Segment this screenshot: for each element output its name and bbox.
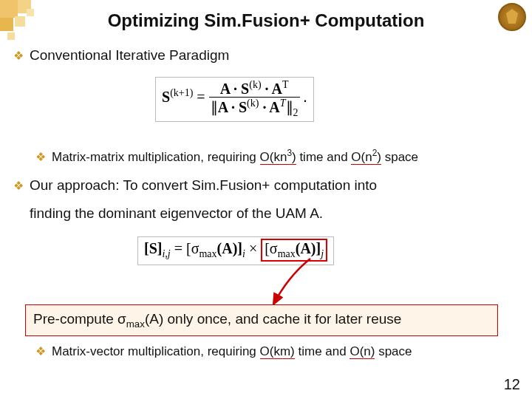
mv-tail: space: [375, 344, 412, 358]
f2-max2: max: [278, 248, 296, 259]
f1-sup: (k+1): [170, 87, 193, 98]
f1-eq: =: [197, 89, 208, 105]
f1-S: S: [162, 89, 170, 105]
slide-title: Optimizing Sim.Fusion+ Computation: [0, 10, 532, 31]
diamond-bullet-icon: ❖: [35, 344, 46, 358]
conventional-heading: Conventional Iterative Paradigm: [30, 47, 229, 64]
f2-lhs: [S]: [144, 240, 162, 256]
mm-text: Matrix-matrix multiplication, requiring …: [52, 148, 418, 165]
f1-num-tail: · A: [262, 81, 282, 97]
formula-iterative: S(k+1) = A · S(k) · AT ∥A · S(k) · AT∥2 …: [155, 77, 314, 122]
f2-A2: (A)]: [296, 240, 321, 256]
approach-line2: finding the dominant eigenvector of the …: [30, 205, 323, 222]
diamond-bullet-icon: ❖: [13, 49, 24, 63]
f2-max1: max: [199, 248, 216, 259]
bullet-conventional: ❖ Conventional Iterative Paradigm: [13, 47, 519, 64]
f1-den-close: ∥: [286, 98, 293, 115]
f2-open2: [σ: [265, 240, 277, 256]
mm-okn-sup: 3: [287, 148, 292, 158]
f1-den-sub: 2: [293, 106, 299, 117]
pre-sub: max: [126, 318, 145, 330]
mm-tail: space: [381, 150, 418, 164]
mv-prefix: Matrix-vector multiplication, requiring: [52, 344, 260, 358]
mv-text: Matrix-vector multiplication, requiring …: [52, 344, 412, 359]
mv-mid: time and: [295, 344, 350, 358]
f1-den-open: ∥: [211, 98, 218, 115]
f2-eq: = [σ: [174, 240, 200, 256]
mm-mid: time and: [296, 150, 352, 164]
precompute-box: Pre-compute σmax(A) only once, and cache…: [25, 304, 498, 336]
f1-den-tail: · A: [259, 98, 279, 115]
bullet-matrix-matrix: ❖ Matrix-matrix multiplication, requirin…: [13, 148, 519, 165]
f2-lhs-sub: i,j: [162, 248, 170, 259]
page-number: 12: [504, 376, 520, 393]
bullet-matrix-vector: ❖ Matrix-vector multiplication, requirin…: [13, 344, 519, 359]
mm-prefix: Matrix-matrix multiplication, requiring: [52, 150, 260, 164]
pre-mid: (A) only once, and cache it for later re…: [145, 311, 401, 327]
formula-eigenvector: [S]i,j = [σmax(A)]i × [σmax(A)]j: [137, 236, 334, 265]
f1-period: .: [304, 89, 307, 105]
f1-den-a: A · S: [218, 98, 247, 115]
approach-line2-row: finding the dominant eigenvector of the …: [30, 205, 519, 222]
f1-den-T: T: [280, 98, 286, 109]
f2-A1: (A)]: [217, 240, 242, 256]
f2-i: i: [242, 248, 245, 259]
mm-okn: O(kn: [260, 150, 287, 164]
f1-num-T: T: [282, 79, 289, 90]
mm-on2: O(n: [351, 150, 372, 164]
mv-on: O(n): [349, 344, 375, 359]
f2-times: ×: [249, 240, 261, 256]
approach-line1: Our approach: To convert Sim.Fusion+ com…: [30, 177, 377, 194]
pre-prefix: Pre-compute σ: [33, 311, 126, 327]
diamond-bullet-icon: ❖: [35, 150, 46, 164]
f1-den-sup: (k): [247, 98, 259, 109]
f1-num-sup: (k): [249, 79, 261, 90]
f2-j: j: [321, 248, 324, 259]
diamond-bullet-icon: ❖: [13, 179, 24, 193]
bullet-approach: ❖ Our approach: To convert Sim.Fusion+ c…: [13, 177, 519, 194]
mv-okm: O(km): [260, 344, 295, 359]
f1-num-a: A · S: [220, 81, 249, 97]
